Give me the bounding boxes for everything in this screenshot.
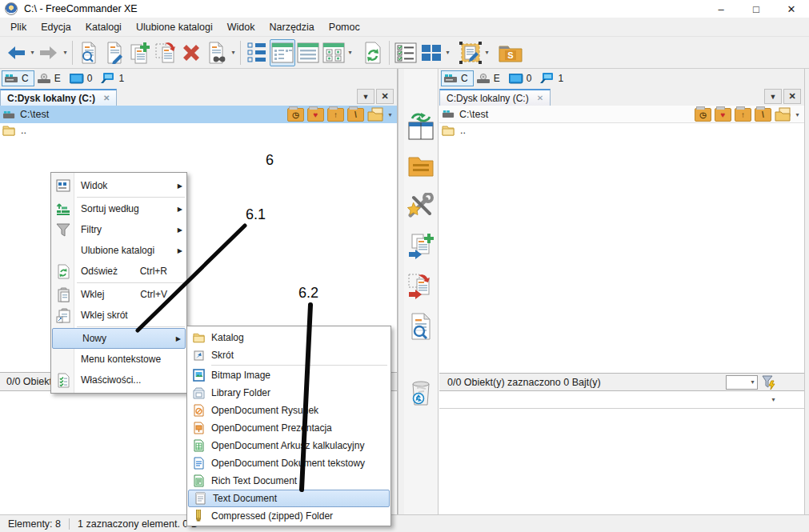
menu-pomoc[interactable]: Pomoc <box>322 18 367 36</box>
minimize-button[interactable]: – <box>703 0 739 18</box>
command-bar[interactable]: ▾ <box>439 391 804 409</box>
right-tab-close-icon[interactable]: ✕ <box>537 94 543 102</box>
list-view-button[interactable] <box>270 39 295 66</box>
submenu-item-od-arkusz[interactable]: OpenDocument Arkusz kalkulacyjny <box>187 437 390 454</box>
move-to-other-panel-button[interactable] <box>407 272 435 301</box>
submenu-item-od-dokument-tekstowy[interactable]: OpenDocument Dokument tekstowy <box>187 454 390 472</box>
checklist-button[interactable] <box>393 39 419 66</box>
drive-button-c[interactable]: C <box>2 70 34 86</box>
submenu-item-skrot[interactable]: Skrót <box>187 346 390 364</box>
drive-button-e[interactable]: E <box>474 70 506 86</box>
menu-item-filtry[interactable]: Filtry ▶ <box>51 219 186 240</box>
menu-item-ulubione[interactable]: Ulubione katalogi ▶ <box>51 240 186 261</box>
maximize-button[interactable]: □ <box>739 0 774 18</box>
right-pathbar[interactable]: C:\test ◷ ♥ ↑ \ ▾ <box>439 106 804 123</box>
recycle-bin-button[interactable] <box>407 378 435 406</box>
left-tab-close-button[interactable]: ✕ <box>376 89 394 104</box>
tiles-button[interactable] <box>419 39 444 66</box>
left-tablist-dropdown[interactable]: ▼ <box>357 89 374 104</box>
left-tab[interactable]: C:Dysk lokalny (C:) ✕ <box>0 89 117 106</box>
tiles-dropdown[interactable]: ▾ <box>444 49 451 56</box>
menu-narzedzia[interactable]: Narzędzia <box>262 18 322 36</box>
menu-edycja[interactable]: Edycja <box>34 18 78 36</box>
forward-dropdown[interactable]: ▾ <box>62 49 69 56</box>
submenu-item-rich-text-document[interactable]: Rich Text Document <box>187 472 390 490</box>
move-button[interactable] <box>153 39 178 66</box>
close-button[interactable]: ✕ <box>774 0 809 18</box>
submenu-item-text-document[interactable]: Text Document <box>188 490 390 507</box>
search-dropdown[interactable]: ▾ <box>230 49 237 56</box>
statusbar-divider <box>69 518 70 530</box>
edit-selection-button[interactable] <box>458 39 483 66</box>
folder-up-button[interactable]: ↑ <box>327 108 344 122</box>
root-folder-button[interactable]: \ <box>755 108 771 122</box>
right-tablist-dropdown[interactable]: ▼ <box>764 89 782 104</box>
parent-dir-row[interactable]: .. <box>0 123 397 138</box>
thumbnails-view-button[interactable] <box>321 39 346 66</box>
tools-button[interactable] <box>407 192 435 221</box>
views-dropdown[interactable]: ▾ <box>346 49 354 56</box>
folder-up-button[interactable]: ↑ <box>735 108 751 122</box>
drive-button-0[interactable]: 0 <box>66 70 98 86</box>
menu-katalogi[interactable]: Katalogi <box>78 18 129 36</box>
swap-panels-button[interactable] <box>407 112 435 141</box>
drive-button-1[interactable]: 1 <box>537 70 569 86</box>
folder-sync-button[interactable]: S <box>497 39 524 66</box>
submenu-item-compressed-folder[interactable]: Compressed (zipped) Folder <box>187 507 390 525</box>
edit-file-button[interactable] <box>102 39 127 66</box>
forward-button[interactable] <box>36 39 62 66</box>
menu-item-nowy[interactable]: Nowy ▶ <box>52 328 186 349</box>
menu-item-sortuj[interactable]: Sortuj według ▶ <box>51 198 186 219</box>
refresh-button[interactable] <box>360 39 386 66</box>
menu-widok[interactable]: Widok <box>220 18 262 36</box>
filter-combobox[interactable]: ▾ <box>726 375 758 390</box>
delete-button[interactable] <box>178 39 204 66</box>
preview-button[interactable] <box>407 312 435 341</box>
copy-path-button[interactable] <box>367 107 383 122</box>
menu-item-wklej[interactable]: Wklej Ctrl+V <box>51 284 186 305</box>
right-tab-close-button[interactable]: ✕ <box>783 89 801 104</box>
copy-path-button[interactable] <box>775 107 791 122</box>
path-menu-dropdown[interactable]: ▾ <box>386 111 394 118</box>
submenu-item-od-prezentacja[interactable]: OpenDocument Prezentacja <box>187 419 390 437</box>
drive-button-c[interactable]: C <box>441 70 474 86</box>
right-tab[interactable]: C:Dysk lokalny (C:) ✕ <box>439 89 551 106</box>
history-folder-button[interactable]: ◷ <box>287 108 304 122</box>
search-button[interactable] <box>204 39 230 66</box>
copy-button[interactable] <box>127 39 153 66</box>
toolbar-separator <box>72 41 73 65</box>
drive-button-1[interactable]: 1 <box>98 70 130 86</box>
tree-view-button[interactable] <box>244 39 270 66</box>
left-pathbar[interactable]: C:\test ◷ ♥ ↑ \ ▾ <box>0 106 397 123</box>
left-tab-close-icon[interactable]: ✕ <box>103 94 110 102</box>
menu-item-wklej-skrot[interactable]: Wklej skrót <box>51 305 186 326</box>
submenu-item-od-rysunek[interactable]: OpenDocument Rysunek <box>187 402 390 419</box>
history-folder-button[interactable]: ◷ <box>695 108 711 122</box>
menu-item-widok[interactable]: Widok ▶ <box>51 175 186 196</box>
chevron-down-icon[interactable]: ▾ <box>770 396 777 403</box>
menu-plik[interactable]: Plik <box>3 18 34 36</box>
menu-ulubione-katalogi[interactable]: Ulubione katalogi <box>129 18 220 36</box>
parent-dir-row[interactable]: .. <box>439 123 804 138</box>
path-menu-dropdown[interactable]: ▾ <box>794 111 801 118</box>
details-view-button[interactable] <box>295 39 321 66</box>
drive-button-e[interactable]: E <box>34 70 66 86</box>
drive-button-0[interactable]: 0 <box>506 70 538 86</box>
submenu-item-katalog[interactable]: Katalog <box>187 329 390 346</box>
back-dropdown[interactable]: ▾ <box>29 49 36 56</box>
menu-item-odswiez[interactable]: Odśwież Ctrl+R <box>51 261 186 282</box>
quick-filter-button[interactable] <box>761 374 777 390</box>
favorites-folder-button[interactable]: ♥ <box>307 108 324 122</box>
favorites-folder-button[interactable]: ♥ <box>715 108 731 122</box>
folder-content-button[interactable] <box>407 152 435 181</box>
submenu-item-library-folder[interactable]: Library Folder <box>187 384 390 402</box>
view-file-button[interactable] <box>76 39 102 66</box>
root-folder-button[interactable]: \ <box>347 108 364 122</box>
copy-to-other-panel-button[interactable] <box>407 232 435 261</box>
menu-item-menu-kontekstowe[interactable]: Menu kontekstowe <box>51 349 186 370</box>
submenu-item-bitmap-image[interactable]: Bitmap Image <box>187 366 390 384</box>
menu-item-wlasciwosci[interactable]: Właściwości... <box>51 370 186 390</box>
edit-selection-dropdown[interactable]: ▾ <box>483 49 491 56</box>
back-button[interactable] <box>3 39 29 66</box>
panel-splitter[interactable] <box>398 69 404 514</box>
